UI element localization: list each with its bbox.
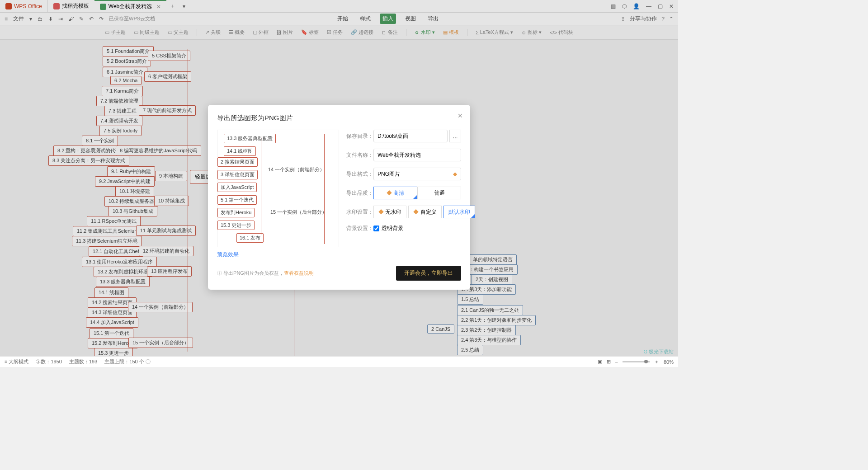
format-select[interactable]: PNG图片◆	[373, 168, 461, 180]
transparent-label: 透明背景	[382, 225, 403, 232]
save-dir-input[interactable]	[373, 130, 448, 142]
outline-mode[interactable]: ≡ 大纲模式	[5, 358, 28, 365]
fit-icon[interactable]: ▣	[598, 359, 602, 365]
export-preview: 13.3 服务器典型配置 14.1 线框图 2 搜索结果页面 3 详细信息页面 …	[217, 130, 339, 247]
footer-tip: ⓘ 导出PNG图片为会员权益，查看权益说明	[217, 270, 314, 277]
background-label: 背景设置：	[346, 225, 373, 232]
diamond-icon: ◆	[453, 171, 457, 177]
filename-input[interactable]	[373, 149, 461, 161]
format-label: 导出格式：	[346, 170, 373, 178]
browse-button[interactable]: ...	[449, 130, 461, 142]
watermark-custom-button[interactable]: ◆ 自定义	[408, 206, 441, 218]
watermark-logo: G 极光下载站	[643, 348, 674, 355]
zoom-out[interactable]: −	[615, 359, 618, 365]
zoom-level: 80%	[664, 359, 674, 365]
dialog-close-button[interactable]: ✕	[458, 112, 463, 119]
export-dialog: ✕ 导出所选图形为PNG图片 13.3 服务器典型配置 14.1 线框图 2 搜…	[208, 105, 470, 290]
topic-count: 主题数：193	[69, 358, 97, 365]
filename-label: 文件名称：	[346, 151, 373, 159]
watermark-default-button[interactable]: 默认水印	[443, 206, 475, 218]
save-dir-label: 保存目录：	[346, 132, 373, 140]
upgrade-export-button[interactable]: 开通会员，立即导出	[396, 266, 461, 281]
preview-link[interactable]: 预览效果	[217, 251, 239, 258]
topic-limit: 主题上限：150 个 ⓘ	[104, 358, 150, 365]
dialog-title: 导出所选图形为PNG图片	[217, 114, 461, 122]
transparent-checkbox[interactable]	[373, 226, 379, 231]
watermark-label: 水印设置：	[346, 208, 373, 216]
benefits-link[interactable]: 查看权益说明	[284, 270, 314, 276]
word-count: 字数：1950	[36, 358, 61, 365]
grid-icon[interactable]: ⊞	[607, 359, 611, 365]
zoom-in[interactable]: ＋	[654, 358, 659, 365]
zoom-slider[interactable]	[623, 361, 650, 362]
quality-hd-button[interactable]: ◆ 高清	[373, 187, 417, 199]
watermark-none-button[interactable]: ◆ 无水印	[373, 206, 406, 218]
quality-normal-button[interactable]: 普通	[417, 187, 461, 199]
quality-label: 导出品质：	[346, 189, 373, 197]
